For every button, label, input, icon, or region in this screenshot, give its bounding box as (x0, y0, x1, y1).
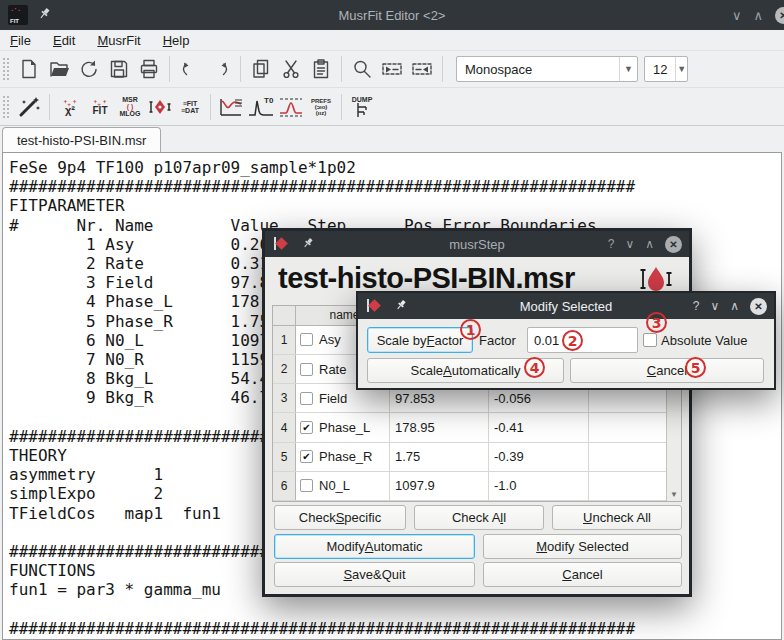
find-previous-button[interactable] (407, 54, 437, 84)
row-number: 5 (273, 443, 296, 471)
minimize-button[interactable]: ∨ (625, 237, 634, 251)
new-file-button[interactable] (14, 54, 44, 84)
modify-titlebar: Modify Selected ? ∨ ∧ ✕ (358, 293, 774, 319)
paste-button[interactable] (306, 54, 336, 84)
annotation-2: 2 (562, 330, 583, 351)
minimize-button[interactable]: ∨ (732, 8, 742, 23)
row-number: 3 (273, 384, 296, 412)
factor-label: Factor (479, 333, 516, 348)
copy-button[interactable] (246, 54, 276, 84)
close-button[interactable]: ✕ (750, 298, 767, 315)
param-name: Phase_L (319, 420, 370, 435)
cancel-button[interactable]: Cancel (483, 562, 682, 587)
redo-button[interactable] (205, 54, 235, 84)
t0-label: T0 (264, 96, 274, 105)
toolbar-musrfit: ⁺₊ ⁺χ² ⁺₊ ⁺FIT MSR( )MLOG ≡FIT≡DAT T0 PR… (0, 88, 784, 126)
table-row[interactable]: 5 ✔Phase_R 1.75 -0.39 (273, 443, 666, 472)
close-button[interactable]: ✕ (775, 7, 784, 24)
minimize-button[interactable]: ∨ (710, 299, 719, 313)
param-name: Asy (319, 332, 341, 347)
param-name: Field (319, 391, 347, 406)
uncheck-all-button[interactable]: Uncheck All (552, 505, 682, 530)
param-value[interactable]: 1097.9 (390, 472, 489, 500)
dump-button[interactable]: DUMP (347, 92, 377, 122)
table-row[interactable]: 6 N0_L 1097.9 -1.0 (273, 472, 666, 501)
chevron-down-icon[interactable]: ▼ (619, 57, 637, 81)
param-name: Rate (319, 362, 346, 377)
table-row[interactable]: 4 ✔Phase_L 178.95 -0.41 (273, 413, 666, 442)
param-name: N0_L (319, 478, 350, 493)
msr2data-button[interactable]: ≡FIT≡DAT (175, 92, 205, 122)
undo-button[interactable] (175, 54, 205, 84)
row-checkbox[interactable] (300, 363, 313, 376)
row-checkbox[interactable] (300, 392, 313, 405)
musrstep-dialog: musrStep ? ∨ ∧ ✕ test-histo-PSI-BIN.msr … (262, 228, 692, 597)
toolbar-handle[interactable] (2, 95, 10, 119)
menu-musrfit[interactable]: MusrFit (97, 33, 140, 48)
musrfourier-button[interactable] (276, 92, 306, 122)
row-checkbox[interactable] (300, 479, 313, 492)
font-size-value: 12 (645, 62, 675, 77)
row-checkbox-checked[interactable]: ✔ (300, 421, 313, 434)
musrview-button[interactable] (216, 92, 246, 122)
find-button[interactable] (347, 54, 377, 84)
menu-file[interactable]: File (10, 33, 31, 48)
close-button[interactable]: ✕ (665, 236, 682, 253)
maximize-button[interactable]: ∧ (753, 8, 763, 23)
row-number: 6 (273, 472, 296, 500)
font-size-select[interactable]: 12 ▼ (644, 56, 688, 82)
annotation-5: 5 (685, 357, 706, 378)
musrstep-titlebar: musrStep ? ∨ ∧ ✕ (265, 231, 689, 257)
param-value[interactable]: 1.75 (390, 443, 489, 471)
param-step[interactable]: -0.41 (489, 413, 589, 441)
musrprefs-button[interactable]: PREFS(ɔıo)(ıız) (306, 92, 336, 122)
maximize-button[interactable]: ∧ (645, 237, 654, 251)
musrfit-fit-button[interactable]: ⁺₊ ⁺FIT (85, 92, 115, 122)
msr-mlog-swap-button[interactable]: MSR( )MLOG (115, 92, 145, 122)
reload-button[interactable] (74, 54, 104, 84)
row-checkbox[interactable] (300, 333, 313, 346)
scale-by-factor-button[interactable]: Scale by Factor (367, 327, 473, 353)
find-next-button[interactable] (377, 54, 407, 84)
save-quit-button[interactable]: Save&Quit (274, 562, 475, 587)
menu-edit[interactable]: Edit (53, 33, 75, 48)
annotation-3: 3 (646, 312, 667, 333)
cut-button[interactable] (276, 54, 306, 84)
maximize-button[interactable]: ∧ (730, 299, 739, 313)
scroll-down-icon[interactable]: ▼ (667, 487, 681, 501)
menu-help[interactable]: Help (163, 33, 190, 48)
toolbar-main: Monospace ▼ 12 ▼ (0, 51, 784, 88)
row-number: 4 (273, 413, 296, 441)
param-step[interactable]: -0.39 (489, 443, 589, 471)
help-button[interactable]: ? (608, 237, 615, 251)
musrt0-button[interactable]: T0 (246, 92, 276, 122)
menubar: File Edit MusrFit Help (0, 30, 784, 51)
chevron-down-icon[interactable]: ▼ (675, 57, 687, 81)
row-number: 2 (273, 355, 296, 383)
toolbar-handle[interactable] (2, 57, 10, 81)
tab-test-histo-psi-bin[interactable]: test-histo-PSI-BIN.msr (2, 127, 161, 152)
open-file-button[interactable] (44, 54, 74, 84)
modify-selected-button[interactable]: Modify Selected (483, 534, 682, 559)
param-step[interactable]: -1.0 (489, 472, 589, 500)
font-family-select[interactable]: Monospace ▼ (456, 56, 638, 82)
check-specific-button[interactable]: Check Specific (274, 505, 406, 530)
print-button[interactable] (134, 54, 164, 84)
check-all-button[interactable]: Check All (414, 505, 544, 530)
save-button[interactable] (104, 54, 134, 84)
musrfit-chi2-button[interactable]: ⁺₊ ⁺χ² (55, 92, 85, 122)
modify-automatic-button[interactable]: Modify Automatic (274, 534, 475, 559)
corner-header (273, 306, 296, 325)
param-value[interactable]: 178.95 (390, 413, 489, 441)
row-checkbox-checked[interactable]: ✔ (300, 450, 313, 463)
help-button[interactable]: ? (693, 299, 700, 313)
msr-wizard-button[interactable] (14, 92, 44, 122)
annotation-1: 1 (460, 319, 481, 340)
row-number: 1 (273, 326, 296, 354)
absolute-value-checkbox[interactable] (643, 333, 657, 347)
window-title: MusrFit Editor <2> (0, 8, 784, 23)
modify-cancel-button[interactable]: Cancel (570, 358, 764, 383)
main-titlebar: .·.FIT MusrFit Editor <2> ∨ ∧ ✕ (0, 0, 784, 30)
calibrate-button[interactable] (145, 92, 175, 122)
tab-bar: test-histo-PSI-BIN.msr (0, 126, 784, 152)
